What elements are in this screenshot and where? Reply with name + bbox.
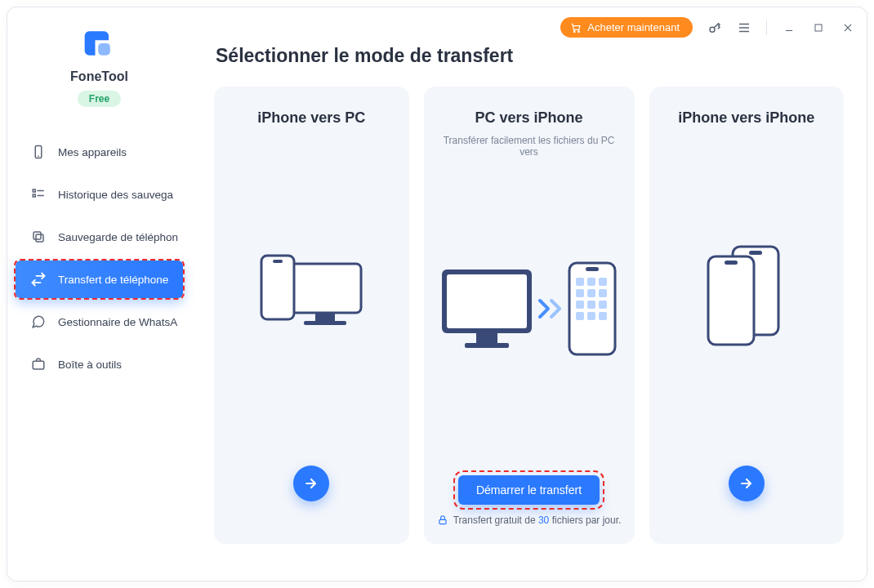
brand-name: FoneTool [7, 69, 191, 84]
divider [766, 20, 767, 35]
sidebar-item-label: Gestionnaire de WhatsA [58, 316, 177, 328]
sidebar-item-devices[interactable]: Mes appareils [16, 133, 183, 171]
sidebar-item-label: Boîte à outils [58, 359, 122, 371]
svg-rect-48 [725, 261, 738, 265]
chat-icon [30, 314, 47, 330]
svg-rect-3 [33, 189, 35, 192]
svg-rect-21 [315, 313, 335, 321]
svg-rect-31 [586, 267, 599, 271]
svg-rect-37 [599, 289, 607, 297]
note-suffix: fichiers par jour. [549, 514, 621, 526]
phone-icon [30, 144, 47, 160]
svg-rect-35 [576, 289, 584, 297]
svg-rect-36 [587, 289, 595, 297]
copy-icon [30, 229, 47, 245]
start-transfer-button[interactable]: Démarrer le transfert [458, 475, 600, 505]
card-title: PC vers iPhone [475, 109, 582, 127]
svg-rect-41 [576, 312, 584, 320]
buy-now-button[interactable]: Acheter maintenant [560, 17, 693, 38]
note-prefix: Transfert gratuit de [453, 514, 538, 526]
svg-rect-38 [576, 301, 584, 309]
svg-rect-39 [587, 301, 595, 309]
start-button[interactable] [293, 466, 329, 501]
list-icon [30, 186, 47, 203]
cards-row: iPhone vers PC [214, 87, 844, 544]
svg-rect-20 [289, 264, 361, 313]
maximize-icon[interactable] [811, 20, 826, 35]
sidebar-item-label: Mes appareils [58, 146, 127, 158]
illustration-iphone-to-pc-icon [225, 135, 398, 451]
buy-now-label: Acheter maintenant [587, 21, 680, 33]
illustration-iphone-to-iphone-icon [661, 135, 833, 451]
illustration-pc-to-iphone-icon [435, 166, 623, 457]
arrow-right-icon [303, 475, 319, 492]
sidebar-item-toolbox[interactable]: Boîte à outils [16, 345, 183, 383]
svg-rect-47 [708, 256, 754, 345]
arrow-right-icon [738, 475, 755, 492]
brand-block: FoneTool Free [7, 25, 191, 107]
svg-rect-29 [465, 343, 509, 348]
svg-rect-9 [33, 361, 44, 369]
svg-rect-33 [587, 278, 595, 286]
sidebar-item-backup[interactable]: Sauvegarde de téléphon [16, 218, 183, 256]
sidebar-item-label: Sauvegarde de téléphon [58, 231, 178, 243]
svg-rect-46 [749, 251, 762, 255]
close-icon[interactable] [841, 20, 855, 35]
card-title: iPhone vers iPhone [678, 109, 814, 127]
svg-rect-24 [273, 260, 283, 263]
card-title: iPhone vers PC [257, 109, 365, 127]
svg-rect-27 [447, 274, 527, 328]
cart-icon [570, 22, 582, 33]
menu-icon[interactable] [737, 20, 751, 35]
key-icon[interactable] [707, 20, 722, 35]
note-number: 30 [538, 514, 549, 526]
lock-icon [437, 514, 448, 526]
svg-rect-32 [576, 278, 584, 286]
svg-rect-34 [599, 278, 607, 286]
svg-rect-22 [304, 321, 346, 325]
svg-rect-4 [33, 194, 35, 197]
app-logo-icon [82, 25, 118, 61]
svg-rect-7 [36, 234, 43, 242]
plan-badge: Free [78, 91, 121, 107]
start-button[interactable] [729, 466, 765, 501]
transfer-icon [30, 271, 47, 287]
briefcase-icon [30, 356, 47, 372]
svg-point-12 [710, 27, 715, 32]
svg-rect-40 [599, 301, 607, 309]
highlight-box: Démarrer le transfert [457, 474, 601, 506]
app-frame: FoneTool Free Mes appareils Historique d… [7, 7, 867, 581]
free-transfer-note: Transfert gratuit de 30 fichiers par jou… [437, 514, 622, 531]
sidebar-item-label: Transfert de téléphone [58, 274, 168, 286]
sidebar-item-label: Historique des sauvega [58, 189, 173, 201]
svg-point-11 [578, 30, 580, 32]
card-iphone-to-iphone[interactable]: iPhone vers iPhone [649, 87, 845, 544]
svg-rect-43 [599, 312, 607, 320]
svg-rect-44 [439, 519, 446, 523]
sidebar: FoneTool Free Mes appareils Historique d… [7, 7, 191, 581]
svg-rect-0 [98, 43, 110, 56]
svg-rect-42 [587, 312, 595, 320]
svg-rect-28 [476, 333, 497, 343]
sidebar-item-whatsapp[interactable]: Gestionnaire de WhatsA [16, 303, 183, 341]
svg-rect-23 [261, 256, 294, 319]
sidebar-item-history[interactable]: Historique des sauvega [16, 176, 183, 213]
window-header: Acheter maintenant [560, 17, 855, 38]
card-iphone-to-pc[interactable]: iPhone vers PC [214, 87, 409, 544]
svg-point-10 [574, 30, 576, 32]
card-subtitle: Transférer facilement les fichiers du PC… [435, 135, 623, 158]
sidebar-nav: Mes appareils Historique des sauvega Sau… [7, 133, 191, 383]
main-area: Acheter maintenant Sélectionner le mode … [191, 7, 867, 581]
svg-rect-8 [33, 232, 41, 239]
sidebar-item-transfer[interactable]: Transfert de téléphone [16, 261, 183, 298]
svg-rect-17 [815, 24, 822, 31]
minimize-icon[interactable] [782, 20, 796, 35]
card-pc-to-iphone[interactable]: PC vers iPhone Transférer facilement les… [424, 87, 635, 544]
